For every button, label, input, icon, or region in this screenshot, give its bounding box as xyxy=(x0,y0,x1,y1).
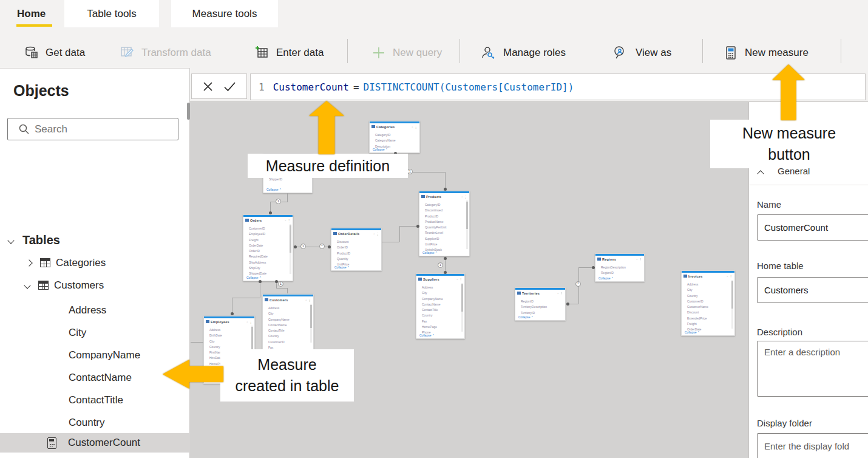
field-item-contactname[interactable]: ContactName xyxy=(0,367,190,388)
collapse-link[interactable]: Collapse xyxy=(598,276,614,280)
transform-data-icon xyxy=(120,46,135,60)
new-measure-label: New measure xyxy=(745,47,809,59)
collapse-link[interactable]: Collapse xyxy=(334,265,350,269)
relationship-line[interactable] xyxy=(399,226,400,242)
collapse-link[interactable]: Collapse xyxy=(266,188,282,191)
collapse-link[interactable]: Collapse xyxy=(422,251,438,255)
field-item-address[interactable]: Address xyxy=(0,300,190,320)
field-item-contacttitle[interactable]: ContactTitle xyxy=(0,390,190,410)
table-card-categories[interactable]: Categories CategoryID CategoryName Descr… xyxy=(369,121,420,153)
collapse-link[interactable]: Collapse xyxy=(685,330,700,334)
relationship-line[interactable] xyxy=(191,342,203,343)
table-icon xyxy=(683,275,687,278)
tab-table-tools[interactable]: Table tools xyxy=(64,0,159,27)
card-menu-icon[interactable] xyxy=(246,320,253,324)
relationship-endpoint xyxy=(444,257,447,260)
table-card-suppliers[interactable]: Suppliers Address City CompanyName Conta… xyxy=(416,273,465,339)
card-menu-icon[interactable] xyxy=(636,257,642,261)
relationship-line[interactable] xyxy=(287,193,288,202)
cardinality-one: 1 xyxy=(278,281,283,287)
relationship-line[interactable] xyxy=(382,242,399,242)
table-icon xyxy=(333,232,337,235)
callout-measure-definition: Measure definition xyxy=(248,154,408,178)
field-item-city[interactable]: City xyxy=(0,323,190,343)
card-fields: CategoryID Discontinued ProductID Produc… xyxy=(419,200,469,255)
card-menu-icon[interactable] xyxy=(456,277,463,281)
card-menu-icon[interactable] xyxy=(305,298,311,302)
relationship-endpoint xyxy=(566,302,569,306)
field-item-companyname[interactable]: CompanyName xyxy=(0,345,190,365)
relationship-line[interactable] xyxy=(260,281,260,298)
search-input[interactable] xyxy=(35,118,174,140)
cardinality-many: * xyxy=(319,244,325,249)
display-folder-input[interactable] xyxy=(757,433,868,458)
card-menu-icon[interactable] xyxy=(412,125,418,129)
collapse-section-icon[interactable] xyxy=(757,170,764,177)
cardinality-many: * xyxy=(575,281,581,287)
card-fields: Address City CompanyName ContactName Con… xyxy=(416,282,464,337)
collapse-link[interactable]: Collapse xyxy=(373,148,388,151)
table-card-orders[interactable]: Orders CustomerID EmployeeID Freight Ord… xyxy=(243,214,293,281)
table-icon xyxy=(597,258,601,261)
toolbar-separator xyxy=(702,39,703,63)
new-query-button[interactable]: New query xyxy=(371,43,442,63)
home-table-select[interactable] xyxy=(757,277,868,303)
tab-measure-tools[interactable]: Measure tools xyxy=(171,0,278,27)
relationship-endpoint xyxy=(416,225,419,228)
card-menu-icon[interactable] xyxy=(461,194,467,199)
field-item-customercount-selected[interactable]: CustomerCount xyxy=(0,433,190,453)
collapse-link[interactable]: Collapse xyxy=(419,333,435,337)
callout-text: created in table xyxy=(236,375,339,397)
description-label: Description xyxy=(757,327,802,337)
callout-text: Measure xyxy=(257,354,316,375)
equals-sign: = xyxy=(353,81,359,93)
commit-formula-icon[interactable] xyxy=(224,82,236,91)
table-card-invoices[interactable]: Invoices Address City Country CustomerID… xyxy=(681,270,735,336)
card-title: Invoices xyxy=(688,275,703,278)
table-card-customers[interactable]: Customers Address City CompanyName Conta… xyxy=(262,294,314,350)
table-icon xyxy=(38,281,49,290)
transform-data-label: Transform data xyxy=(141,47,211,59)
relationship-line[interactable] xyxy=(287,288,288,293)
transform-data-button[interactable]: Transform data xyxy=(120,43,211,63)
view-as-button[interactable]: View as xyxy=(613,43,671,63)
field-label: City xyxy=(69,327,86,339)
relationship-endpoint xyxy=(269,211,272,214)
table-card-orderdetails[interactable]: OrderDetails Discount OrderID ProductID … xyxy=(331,228,382,271)
relationship-line[interactable] xyxy=(276,288,287,289)
table-card-territories[interactable]: Territories RegionID TerritoryDescriptio… xyxy=(515,287,566,321)
table-card-products[interactable]: Products CategoryID Discontinued Product… xyxy=(419,191,470,256)
view-as-label: View as xyxy=(636,47,671,59)
table-name: Customers xyxy=(54,279,104,292)
new-measure-button[interactable]: New measure xyxy=(724,43,809,63)
collapse-link[interactable]: Collapse xyxy=(518,315,534,319)
callout-measure-created: Measure created in table xyxy=(220,349,354,402)
card-menu-icon[interactable] xyxy=(557,291,563,295)
card-menu-icon[interactable] xyxy=(727,274,733,278)
relationship-endpoint xyxy=(328,245,331,248)
manage-roles-button[interactable]: Manage roles xyxy=(481,43,566,63)
description-textarea[interactable] xyxy=(757,341,868,397)
enter-data-button[interactable]: Enter data xyxy=(255,43,324,63)
get-data-button[interactable]: Get data xyxy=(24,43,85,63)
card-title: Regions xyxy=(602,258,616,261)
section-divider xyxy=(749,185,868,185)
home-table-label: Home table xyxy=(757,261,804,271)
chevron-down-icon xyxy=(7,237,14,244)
tables-label: Tables xyxy=(22,233,60,247)
card-title: Customers xyxy=(270,298,288,302)
table-icon xyxy=(517,292,521,295)
relationship-line[interactable] xyxy=(232,298,260,298)
sidebar-item-categories[interactable]: Categories xyxy=(0,253,190,273)
sidebar-item-customers[interactable]: Customers xyxy=(0,275,190,295)
field-item-country[interactable]: Country xyxy=(0,412,190,432)
collapse-link[interactable]: Collapse xyxy=(246,276,262,279)
cancel-formula-icon[interactable] xyxy=(203,81,213,92)
measure-name-input[interactable] xyxy=(757,214,868,241)
card-menu-icon[interactable] xyxy=(373,231,379,236)
card-menu-icon[interactable] xyxy=(285,218,291,222)
relationship-line[interactable] xyxy=(293,247,331,247)
tables-group-header[interactable]: Tables xyxy=(0,230,190,250)
table-card-regions[interactable]: Regions RegionDescription RegionID Colla… xyxy=(595,253,645,282)
tab-home[interactable]: Home xyxy=(17,0,52,27)
